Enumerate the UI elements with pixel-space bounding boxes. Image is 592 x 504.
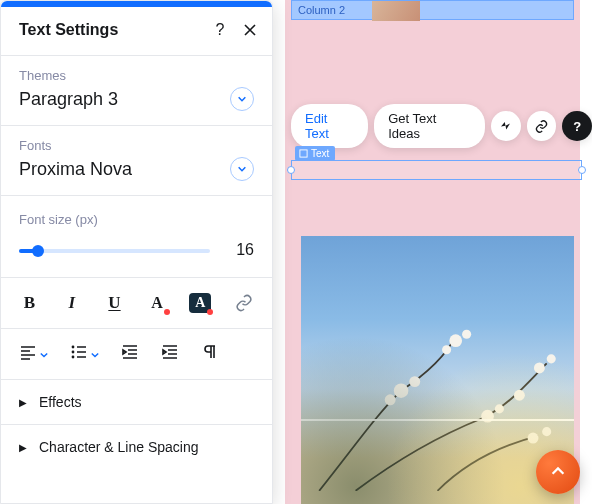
text-element-icon — [299, 149, 308, 158]
svg-point-14 — [547, 354, 556, 363]
svg-point-12 — [514, 390, 525, 401]
selected-text-element[interactable] — [291, 160, 582, 180]
fonts-value: Proxima Nova — [19, 159, 132, 180]
svg-point-13 — [534, 362, 545, 373]
element-type-badge: Text — [295, 146, 335, 161]
text-direction-button[interactable] — [201, 343, 219, 365]
element-toolbar: Edit Text Get Text Ideas ? — [291, 104, 592, 148]
indent-increase-button[interactable] — [161, 343, 179, 365]
fonts-label: Fonts — [19, 138, 254, 153]
chevron-down-icon — [91, 345, 99, 363]
panel-title: Text Settings — [19, 21, 118, 39]
list-style-dropdown[interactable] — [70, 343, 99, 365]
format-toolbar: B I U A A — [1, 278, 272, 329]
text-settings-panel: Text Settings ? Themes Paragraph 3 — [0, 0, 273, 504]
svg-point-16 — [542, 427, 551, 436]
bold-button[interactable]: B — [19, 292, 40, 314]
svg-point-6 — [385, 394, 396, 405]
svg-rect-3 — [300, 150, 307, 157]
image-divider — [301, 419, 574, 421]
link-button[interactable] — [233, 292, 254, 314]
svg-point-1 — [72, 351, 75, 354]
spacing-accordion[interactable]: ▶ Character & Line Spacing — [1, 425, 272, 469]
column-header[interactable]: Column 2 — [291, 0, 574, 20]
svg-point-4 — [394, 383, 409, 398]
highlight-color-button[interactable]: A — [189, 292, 211, 314]
photo-content — [301, 236, 574, 491]
themes-section: Themes Paragraph 3 — [1, 56, 272, 126]
alignment-toolbar — [1, 329, 272, 380]
panel-header: Text Settings ? — [1, 7, 272, 56]
align-left-icon — [19, 343, 37, 365]
svg-point-11 — [495, 404, 504, 413]
effects-label: Effects — [39, 394, 82, 410]
get-text-ideas-button[interactable]: Get Text Ideas — [374, 104, 485, 148]
svg-point-9 — [442, 345, 451, 354]
text-color-button[interactable]: A — [147, 292, 168, 314]
svg-point-7 — [449, 334, 462, 347]
column-thumbnail — [372, 1, 420, 21]
svg-point-10 — [481, 410, 494, 423]
help-icon[interactable]: ? — [212, 22, 228, 38]
text-align-dropdown[interactable] — [19, 343, 48, 365]
themes-value: Paragraph 3 — [19, 89, 118, 110]
animation-button[interactable] — [491, 111, 521, 141]
font-size-section: Font size (px) 16 — [1, 196, 272, 278]
resize-handle-right[interactable] — [578, 166, 586, 174]
column-label: Column 2 — [292, 4, 345, 16]
chevron-down-icon — [40, 345, 48, 363]
scroll-to-top-button[interactable] — [536, 450, 580, 494]
caret-right-icon: ▶ — [19, 397, 27, 408]
close-icon[interactable] — [242, 22, 258, 38]
svg-point-8 — [462, 330, 471, 339]
image-element[interactable] — [301, 236, 574, 504]
themes-label: Themes — [19, 68, 254, 83]
italic-button[interactable]: I — [62, 292, 83, 314]
element-link-button[interactable] — [527, 111, 557, 141]
effects-accordion[interactable]: ▶ Effects — [1, 380, 272, 425]
fonts-dropdown[interactable] — [230, 157, 254, 181]
themes-dropdown[interactable] — [230, 87, 254, 111]
indent-decrease-button[interactable] — [121, 343, 139, 365]
font-size-value: 16 — [228, 241, 254, 259]
spacing-label: Character & Line Spacing — [39, 439, 199, 455]
svg-point-15 — [528, 433, 539, 444]
caret-right-icon: ▶ — [19, 442, 27, 453]
bullet-list-icon — [70, 343, 88, 365]
font-size-slider[interactable] — [19, 241, 210, 259]
svg-point-2 — [72, 356, 75, 359]
element-help-button[interactable]: ? — [562, 111, 592, 141]
font-size-label: Font size (px) — [19, 212, 254, 227]
editor-canvas[interactable]: Column 2 Edit Text Get Text Ideas ? Text — [273, 0, 592, 504]
underline-button[interactable]: U — [104, 292, 125, 314]
edit-text-button[interactable]: Edit Text — [291, 104, 368, 148]
fonts-section: Fonts Proxima Nova — [1, 126, 272, 196]
svg-point-5 — [409, 376, 420, 387]
resize-handle-left[interactable] — [287, 166, 295, 174]
svg-point-0 — [72, 346, 75, 349]
